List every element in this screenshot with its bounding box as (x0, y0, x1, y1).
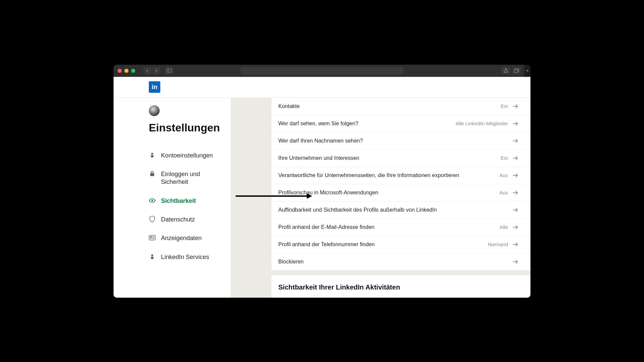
lock-icon (149, 170, 156, 177)
app-topbar: in (114, 77, 530, 98)
setting-row-value: Alle (500, 224, 508, 230)
setting-row-off-linkedin-visibility[interactable]: Auffindbarkeit und Sichtbarkeit des Prof… (271, 201, 530, 219)
arrow-right-icon (513, 190, 518, 195)
setting-row-value: Ein (501, 155, 508, 161)
browser-forward-button[interactable] (152, 67, 160, 74)
sidebar-item-label: Kontoeinstellungen (161, 152, 213, 159)
section-heading-activity-visibility: Sichtbarkeit Ihrer LinkedIn Aktivitäten (271, 271, 530, 295)
setting-row-label: Profil anhand der E-Mail-Adresse finden (278, 224, 375, 230)
window-close-button[interactable] (118, 69, 122, 73)
sidebar-item-account[interactable]: Kontoeinstellungen (149, 146, 231, 165)
sidebar-item-ads[interactable]: Anzeigendaten (149, 229, 231, 248)
setting-row-find-by-phone[interactable]: Profil anhand der Telefonnummer finden N… (271, 236, 530, 253)
settings-main: Kontakte Ein Wer darf sehen, wem Sie fol… (271, 98, 530, 298)
setting-row-label: Kontakte (278, 103, 300, 109)
svg-rect-13 (151, 257, 154, 259)
browser-window: + in Einstellungen Kon (114, 65, 530, 298)
svg-rect-5 (150, 173, 154, 176)
setting-row-label: Profilvorschau in Microsoft-Anwendungen (278, 190, 378, 196)
setting-row-lastname-visibility[interactable]: Wer darf Ihren Nachnamen sehen? (271, 132, 530, 150)
browser-new-tab-button[interactable]: + (524, 65, 530, 77)
setting-row-find-by-email[interactable]: Profil anhand der E-Mail-Adresse finden … (271, 219, 530, 236)
setting-row-label: Blockieren (278, 259, 304, 265)
setting-row-followers-visibility[interactable]: Wer darf sehen, wem Sie folgen? Alle Lin… (271, 115, 530, 132)
person-icon (149, 253, 156, 260)
svg-point-12 (151, 254, 153, 256)
setting-row-label: Wer darf Ihren Nachnamen sehen? (278, 138, 363, 144)
sidebar-item-label: Anzeigendaten (161, 234, 202, 242)
avatar[interactable] (149, 105, 160, 116)
setting-row-companies-interests[interactable]: Ihre Unternehmen und Interessen Ein (271, 150, 530, 167)
arrow-right-icon (513, 173, 518, 178)
person-icon (149, 152, 156, 158)
page-title: Einstellungen (149, 122, 231, 134)
sidebar-item-signin-security[interactable]: Einloggen und Sicherheit (149, 165, 231, 192)
svg-rect-0 (167, 69, 172, 72)
sidebar-item-label: Einloggen und Sicherheit (161, 170, 224, 186)
eye-icon (149, 197, 156, 204)
sidebar-item-label: Datenschutz (161, 216, 195, 223)
settings-nav: Kontoeinstellungen Einloggen und Sicherh… (149, 146, 231, 267)
window-maximize-button[interactable] (131, 69, 135, 73)
arrow-right-icon (513, 259, 518, 264)
arrow-right-icon (513, 225, 518, 230)
sidebar-item-label: Sichtbarkeit (161, 197, 196, 205)
browser-nav-buttons (143, 67, 160, 74)
browser-titlebar: + (114, 65, 530, 77)
arrow-right-icon (513, 208, 518, 212)
arrow-right-icon (513, 104, 518, 109)
window-minimize-button[interactable] (124, 69, 128, 73)
setting-row-value: Aus (499, 172, 508, 178)
arrow-right-icon (513, 156, 518, 161)
sidebar-item-privacy[interactable]: Datenschutz (149, 210, 231, 229)
arrow-right-icon (513, 121, 518, 126)
setting-row-value: Niemand (488, 241, 508, 247)
setting-row-label: Auffindbarkeit und Sichtbarkeit des Prof… (278, 207, 437, 213)
browser-tabs-button[interactable] (512, 67, 521, 74)
setting-row-page-admins-export[interactable]: Verantwortliche für Unternehmensseiten, … (271, 167, 530, 184)
setting-row-label: Ihre Unternehmen und Interessen (278, 155, 359, 161)
sidebar-item-label: LinkedIn Services (161, 253, 209, 261)
setting-row-label: Profil anhand der Telefonnummer finden (278, 241, 375, 248)
svg-point-3 (151, 153, 153, 155)
arrow-right-icon (513, 242, 518, 247)
svg-point-6 (152, 199, 153, 201)
settings-sidebar: Einstellungen Kontoeinstellungen (114, 98, 231, 298)
shield-icon (149, 216, 156, 222)
newspaper-icon (149, 234, 156, 241)
settings-rows: Kontakte Ein Wer darf sehen, wem Sie fol… (271, 98, 530, 271)
setting-row-blocking[interactable]: Blockieren (271, 253, 530, 271)
browser-back-button[interactable] (143, 67, 152, 74)
sidebar-item-services[interactable]: LinkedIn Services (149, 248, 231, 267)
page-content: in Einstellungen Kontoeinstellungen (114, 77, 530, 298)
setting-row-label: Wer darf sehen, wem Sie folgen? (278, 121, 358, 127)
setting-row-contacts[interactable]: Kontakte Ein (271, 98, 530, 115)
linkedin-logo[interactable]: in (149, 81, 160, 93)
setting-row-value: Alle LinkedIn Mitglieder (456, 121, 508, 126)
browser-sidebar-toggle[interactable] (165, 67, 173, 74)
window-traffic-lights (118, 69, 135, 73)
browser-address-bar[interactable] (241, 67, 403, 75)
setting-row-value: Aus (499, 190, 508, 195)
browser-share-button[interactable] (501, 67, 510, 74)
arrow-right-icon (513, 139, 518, 143)
sidebar-item-visibility[interactable]: Sichtbarkeit (149, 192, 231, 210)
content-gutter (231, 98, 271, 298)
setting-row-label: Verantwortliche für Unternehmensseiten, … (278, 172, 459, 178)
svg-rect-8 (150, 236, 152, 238)
svg-rect-2 (515, 69, 518, 72)
svg-rect-4 (151, 155, 154, 157)
setting-row-value: Ein (501, 103, 508, 109)
setting-row-profile-microsoft[interactable]: Profilvorschau in Microsoft-Anwendungen … (271, 184, 530, 201)
